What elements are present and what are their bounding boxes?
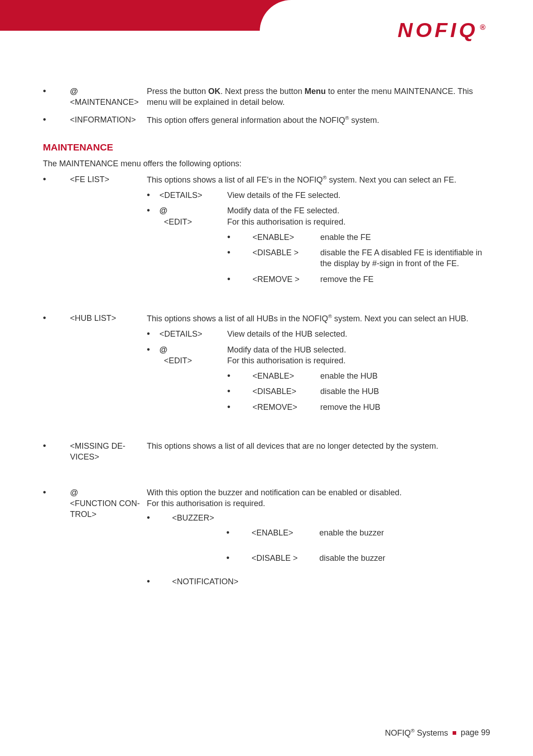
bullet-icon: • (43, 86, 70, 96)
menu-label: <INFORMATION> (70, 114, 147, 125)
bullet-icon: • (147, 576, 172, 586)
bullet-icon: • (227, 274, 252, 284)
desc-line: For this authorisation is required. (227, 355, 486, 366)
submenu-label: @ <EDIT> (159, 344, 227, 366)
at-icon: @ (70, 488, 78, 497)
submenu-description: Modify data of the FE selected. For this… (227, 205, 486, 289)
submenu-description: remove the FE (320, 274, 486, 285)
page-number: page 99 (461, 728, 490, 737)
desc-text: Press the button (147, 87, 208, 96)
menu-label: <MISSING DE-VICES> (70, 441, 147, 463)
ok-button-ref: OK (208, 87, 220, 96)
brand-text: NOFIQ (397, 19, 478, 41)
desc-text: system. Next you can select an HUB. (332, 314, 468, 323)
footer-brand: NOFIQ® Systems (385, 728, 448, 738)
submenu-description: enable the HUB (320, 371, 486, 381)
banner-curve (260, 0, 533, 53)
registered-mark: ® (411, 728, 415, 733)
menu-item-hub-list: • <HUB LIST> This options shows a list o… (43, 313, 486, 422)
bullet-icon: • (226, 527, 252, 537)
bullet-icon: • (227, 402, 252, 412)
submenu-label: <ENABLE> (252, 232, 320, 243)
bullet-icon: • (147, 205, 159, 215)
menu-description: This options shows a list of all devices… (147, 441, 486, 451)
submenu-item-details: • <DETAILS> View details of the HUB sele… (147, 329, 486, 339)
submenu-description: enable the FE (320, 232, 486, 243)
page-header: NOFIQ® (0, 0, 533, 45)
submenu-description: remove the HUB (320, 402, 486, 413)
desc-text: This options shows a list of all FE's in… (147, 175, 323, 184)
menu-description: This options shows a list of all HUBs in… (147, 313, 486, 422)
menu-item-information: • <INFORMATION> This option offers gener… (43, 114, 486, 126)
label-text: <BUZZER> (172, 512, 486, 523)
submenu-label: <ENABLE> (252, 527, 319, 538)
submenu-item-enable: • <ENABLE> enable the HUB (227, 371, 486, 381)
menu-item-fe-list: • <FE LIST> This options shows a list of… (43, 174, 486, 294)
submenu-description: View details of the FE selected. (227, 190, 486, 201)
at-icon: @ (159, 206, 168, 215)
menu-description: This options shows a list of all FE's in… (147, 174, 486, 294)
square-separator-icon (453, 731, 456, 735)
submenu-item-edit: • @ <EDIT> Modify data of the HUB select… (147, 344, 486, 417)
submenu-label: <BUZZER> • <ENABLE> enable the buzzer • … (172, 512, 486, 570)
bullet-icon: • (226, 553, 252, 563)
submenu-label: <DISABLE > (252, 247, 320, 258)
submenu-label: <DISABLE> (252, 386, 320, 397)
label-text: <EDIT> (164, 217, 192, 226)
submenu-label: <ENABLE> (252, 371, 320, 381)
submenu-item-disable: • <DISABLE > disable the buzzer (226, 553, 486, 563)
desc-text: . Next press the button (220, 87, 304, 96)
submenu-label: <DETAILS> (159, 329, 227, 339)
desc-text: This option offers general information a… (147, 116, 345, 125)
brand-logo: NOFIQ® (397, 19, 485, 42)
bullet-icon: • (227, 247, 252, 257)
submenu-label: <NOTIFICATION> (172, 576, 486, 587)
section-intro: The MAINTENANCE menu offers the followin… (43, 158, 486, 169)
menu-button-ref: Menu (304, 87, 326, 96)
bullet-icon: • (227, 232, 252, 242)
bullet-icon: • (43, 441, 70, 451)
submenu-description: View details of the HUB selected. (227, 329, 486, 339)
menu-description: Press the button OK. Next press the butt… (147, 86, 486, 108)
submenu-label: <REMOVE> (252, 402, 320, 413)
menu-item-function-control: • @ <FUNCTION CON-TROL> With this option… (43, 487, 486, 594)
submenu-item-remove: • <REMOVE > remove the FE (227, 274, 486, 285)
submenu-item-details: • <DETAILS> View details of the FE selec… (147, 190, 486, 201)
registered-mark: ® (323, 174, 327, 180)
submenu-label: <DETAILS> (159, 190, 227, 201)
submenu-description: enable the buzzer (319, 527, 486, 538)
at-icon: @ (159, 345, 168, 354)
brand-text: NOFIQ (385, 728, 411, 737)
bullet-icon: • (147, 344, 159, 354)
submenu-description: disable the HUB (320, 386, 486, 397)
menu-label: @ <FUNCTION CON-TROL> (70, 487, 147, 520)
submenu-label: <REMOVE > (252, 274, 320, 285)
bullet-icon: • (43, 313, 70, 323)
menu-label: @ <MAINTENANCE> (70, 86, 147, 108)
menu-label: <HUB LIST> (70, 313, 147, 324)
submenu-label: @ <EDIT> (159, 205, 227, 227)
desc-text: system. Next you can select an FE. (327, 175, 456, 184)
submenu-item-remove: • <REMOVE> remove the HUB (227, 402, 486, 413)
systems-text: Systems (415, 728, 448, 737)
submenu-item-notification: • <NOTIFICATION> (147, 576, 486, 587)
registered-mark: ® (328, 313, 332, 319)
menu-item-maintenance: • @ <MAINTENANCE> Press the button OK. N… (43, 86, 486, 108)
bullet-icon: • (43, 487, 70, 497)
desc-text: system. (349, 116, 379, 125)
desc-line: Modify data of the HUB selected. (227, 344, 486, 355)
bullet-icon: • (147, 512, 172, 522)
submenu-description: disable the FE A disabled FE is identifi… (320, 247, 486, 269)
submenu-item-buzzer: • <BUZZER> • <ENABLE> enable the buzzer (147, 512, 486, 570)
bullet-icon: • (227, 386, 252, 396)
bullet-icon: • (43, 174, 70, 184)
label-text: <MAINTENANCE> (70, 98, 139, 107)
submenu-item-disable: • <DISABLE> disable the HUB (227, 386, 486, 397)
menu-description: With this option the buzzer and notifica… (147, 487, 486, 594)
submenu-description: Modify data of the HUB selected. For thi… (227, 344, 486, 417)
menu-label: <FE LIST> (70, 174, 147, 185)
submenu-item-edit: • @ <EDIT> Modify data of the FE selecte… (147, 205, 486, 289)
label-text: <EDIT> (164, 356, 192, 365)
submenu-label: <DISABLE > (252, 553, 319, 563)
registered-mark: ® (345, 115, 349, 121)
